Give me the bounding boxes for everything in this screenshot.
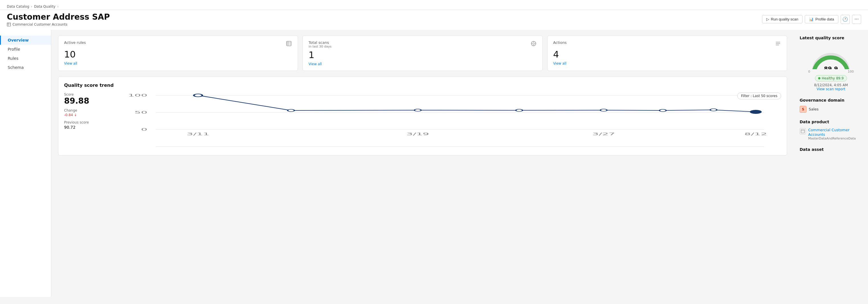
sidebar-item-profile[interactable]: Profile — [0, 45, 51, 54]
breadcrumb: Data Catalog › Data Quality › — [7, 2, 861, 10]
page-subtitle: Commercial Customer Accounts — [7, 23, 110, 27]
actions-link[interactable]: View all — [553, 62, 566, 65]
sidebar-item-schema[interactable]: Schema — [0, 63, 51, 72]
data-product-title: Data product — [800, 120, 862, 124]
actions-title: Actions — [553, 40, 567, 45]
main-layout: Overview Profile Rules Schema Active rul… — [0, 30, 868, 297]
health-value: 89.9 — [836, 76, 844, 80]
chart-filter-button[interactable]: Filter : Last 50 scores — [737, 93, 781, 99]
total-scans-link[interactable]: View all — [309, 62, 321, 66]
breadcrumb-sep1: › — [31, 5, 32, 8]
page-title: Customer Address SAP — [7, 12, 110, 22]
data-product-section: Data product Commercial Customer Account… — [800, 120, 862, 140]
card-header-scans: Total scans in last 30 days — [309, 40, 536, 48]
data-asset-title: Data asset — [800, 147, 862, 152]
chart-card: Quality score trend Score 89.88 Change -… — [58, 76, 787, 156]
svg-rect-0 — [7, 23, 10, 26]
active-rules-value: 10 — [64, 49, 292, 60]
governance-domain-section: Governance domain S Sales — [800, 98, 862, 113]
active-rules-title: Active rules — [64, 40, 86, 45]
view-scan-report-link[interactable]: View scan report — [817, 87, 845, 91]
svg-point-24 — [600, 109, 607, 111]
svg-rect-3 — [286, 41, 291, 46]
health-label: Healthy — [822, 76, 835, 80]
domain-name: Sales — [809, 107, 819, 111]
chart-title: Quality score trend — [64, 82, 781, 88]
active-rules-link[interactable]: View all — [64, 62, 77, 65]
chart-icon: 📊 — [809, 17, 814, 21]
prev-label: Previous score — [64, 121, 98, 124]
history-button[interactable]: 🕐 — [841, 15, 850, 24]
product-link[interactable]: Commercial Customer Accounts — [808, 128, 849, 137]
profile-data-button[interactable]: 📊 Profile data — [805, 15, 838, 23]
governance-domain-title: Governance domain — [800, 98, 862, 102]
total-scans-title: Total scans — [309, 40, 331, 45]
svg-text:3/27: 3/27 — [592, 132, 615, 136]
health-dot — [818, 77, 820, 79]
product-item: Commercial Customer Accounts MasterDataA… — [800, 128, 862, 140]
total-scans-subtitle: in last 30 days — [309, 45, 331, 48]
content-area: Active rules 10 View all — [51, 30, 794, 297]
play-icon: ▷ — [766, 17, 769, 21]
quality-score-title: Latest quality score — [800, 36, 862, 40]
svg-point-23 — [516, 109, 523, 111]
svg-point-25 — [659, 109, 666, 111]
product-sub: MasterDataAndReferenceData — [808, 137, 862, 140]
svg-text:3/11: 3/11 — [187, 132, 209, 136]
chart-inner: Score 89.88 Change -0.84 ↓ Previous scor… — [64, 93, 781, 149]
sidebar-item-rules[interactable]: Rules — [0, 54, 51, 63]
svg-point-27 — [751, 110, 761, 113]
domain-badge: S — [800, 106, 806, 113]
data-asset-section: Data asset — [800, 147, 862, 152]
svg-point-22 — [414, 109, 421, 111]
chart-stats: Score 89.88 Change -0.84 ↓ Previous scor… — [64, 93, 98, 149]
chart-area: Filter : Last 50 scores 100 50 0 — [105, 93, 781, 149]
header-actions: ▷ Run quality scan 📊 Profile data 🕐 ··· — [762, 15, 861, 24]
prev-value: 90.72 — [64, 125, 98, 130]
product-icon — [800, 128, 806, 134]
change-label: Change — [64, 108, 98, 112]
svg-text:8/12: 8/12 — [744, 132, 767, 136]
score-value: 89.88 — [64, 97, 98, 105]
svg-rect-34 — [801, 130, 804, 133]
change-value: -0.84 ↓ — [64, 113, 98, 117]
right-panel: Latest quality score 89.9 0 — [794, 30, 868, 297]
page-subtitle-text: Commercial Customer Accounts — [12, 23, 67, 27]
health-badge: Healthy 89.9 — [815, 75, 847, 81]
breadcrumb-sep2: › — [57, 5, 59, 8]
svg-text:3/19: 3/19 — [406, 132, 429, 136]
svg-point-8 — [533, 43, 534, 44]
svg-point-26 — [710, 109, 717, 111]
svg-text:100: 100 — [128, 93, 147, 97]
card-header-actions: Actions — [553, 40, 781, 48]
gauge-max: 100 — [848, 70, 854, 73]
svg-text:89.9: 89.9 — [824, 65, 838, 69]
card-header-rules: Active rules — [64, 40, 292, 48]
more-options-button[interactable]: ··· — [852, 15, 861, 24]
rules-icon — [286, 40, 292, 48]
total-scans-card: Total scans in last 30 days — [303, 36, 542, 71]
breadcrumb-datacatalog[interactable]: Data Catalog — [7, 5, 29, 8]
line-chart-svg: 100 50 0 — [105, 93, 781, 149]
actions-card: Actions 4 View all — [547, 36, 787, 71]
domain-item: S Sales — [800, 106, 862, 113]
page-title-area: Customer Address SAP Commercial Customer… — [7, 12, 110, 27]
total-scans-value: 1 — [309, 49, 536, 60]
run-quality-scan-button[interactable]: ▷ Run quality scan — [762, 15, 803, 23]
breadcrumb-dataquality[interactable]: Data Quality — [34, 5, 55, 8]
cards-row: Active rules 10 View all — [58, 36, 787, 71]
svg-text:50: 50 — [134, 110, 147, 114]
svg-point-21 — [288, 109, 294, 111]
svg-text:0: 0 — [141, 127, 148, 131]
table-icon — [7, 23, 11, 27]
sidebar-item-overview[interactable]: Overview — [0, 36, 51, 45]
gauge-min: 0 — [808, 70, 810, 73]
gauge-wrapper: 89.9 — [808, 43, 854, 69]
score-label: Score — [64, 93, 98, 97]
active-rules-card: Active rules 10 View all — [58, 36, 298, 71]
sidebar: Overview Profile Rules Schema — [0, 30, 51, 297]
page-header: Customer Address SAP Commercial Customer… — [0, 10, 868, 30]
scan-date: 8/12/2024, 4:05 AM — [814, 83, 848, 87]
gauge-labels: 0 100 — [808, 70, 854, 73]
gauge-svg: 89.9 — [808, 43, 854, 69]
